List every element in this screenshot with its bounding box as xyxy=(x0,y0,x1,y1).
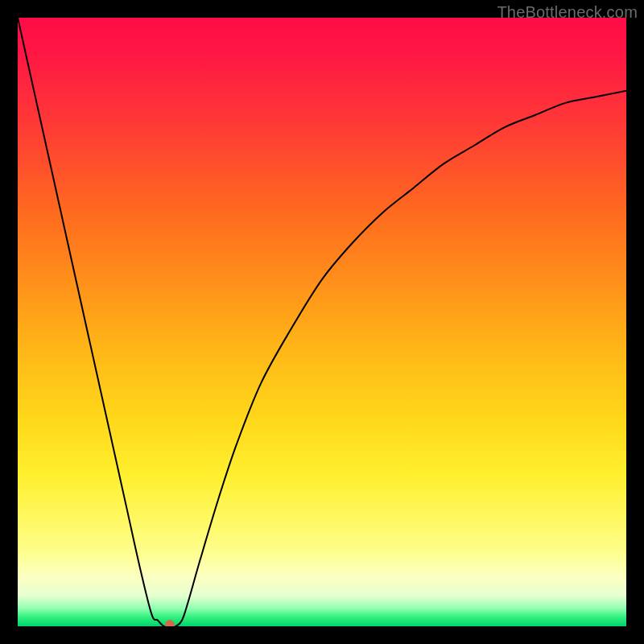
optimum-marker xyxy=(165,620,175,626)
bottleneck-curve-svg xyxy=(18,18,626,626)
bottleneck-curve xyxy=(18,18,626,626)
plot-area xyxy=(18,18,626,626)
watermark-text: TheBottleneck.com xyxy=(497,3,638,22)
chart-frame: TheBottleneck.com xyxy=(0,0,644,644)
